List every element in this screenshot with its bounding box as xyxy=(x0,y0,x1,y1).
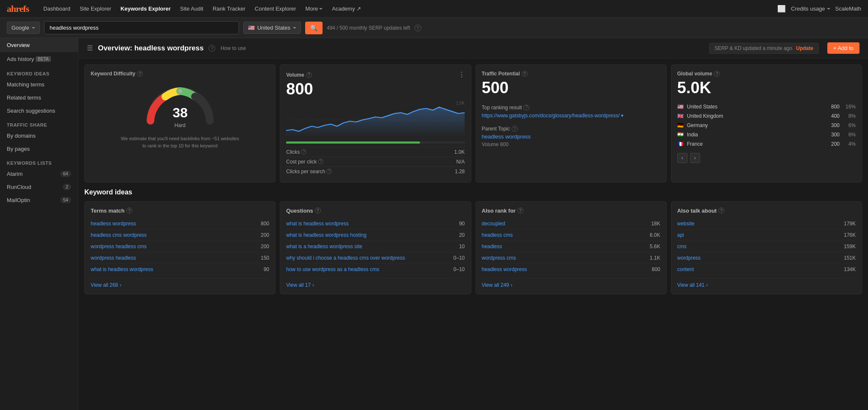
sidebar-item-matching-terms[interactable]: Matching terms xyxy=(0,78,78,91)
ar-link-5[interactable]: headless wordpress xyxy=(482,266,527,272)
url-dropdown-icon[interactable]: ▾ xyxy=(621,112,623,119)
sidebar-item-related-terms[interactable]: Related terms xyxy=(0,91,78,104)
tm-link-5[interactable]: what is headless wordpress xyxy=(91,266,153,272)
country-selector[interactable]: 🇺🇸 United States xyxy=(243,22,301,34)
q-link-2[interactable]: what is headless wordpress hosting xyxy=(286,232,459,238)
de-name: Germany xyxy=(687,122,821,128)
sidebar-item-ads-history[interactable]: Ads history BETA xyxy=(0,52,78,66)
at-link-1[interactable]: website xyxy=(677,221,695,227)
nav-keywords-explorer[interactable]: Keywords Explorer xyxy=(116,2,175,15)
hamburger-icon[interactable]: ☰ xyxy=(87,44,93,52)
also-talk-header: Also talk about ? xyxy=(677,208,856,214)
ar-row-1: decoupled 18K xyxy=(482,218,660,230)
at-view-all[interactable]: View all 141 › xyxy=(677,278,856,288)
volume-value: 800 xyxy=(286,80,465,98)
clicks-help-icon[interactable]: ? xyxy=(301,149,306,155)
at-row-1: website 179K xyxy=(677,218,856,230)
nav-content-explorer[interactable]: Content Explorer xyxy=(250,2,300,15)
prev-arrow[interactable]: ‹ xyxy=(677,153,687,163)
help-circle-icon[interactable]: ? xyxy=(209,45,215,52)
ar-vol-3: 5.6K xyxy=(650,244,660,249)
tm-link-4[interactable]: wordpress headless xyxy=(91,255,136,261)
q-view-all[interactable]: View all 17 › xyxy=(286,278,465,288)
page-header: ☰ Overview: headless wordpress ? How to … xyxy=(78,38,868,58)
at-vol-4: 151K xyxy=(844,255,856,261)
at-help-icon[interactable]: ? xyxy=(718,208,724,213)
country-chevron-icon xyxy=(293,27,296,29)
credits-usage-button[interactable]: Credits usage xyxy=(791,6,830,12)
uk-vol: 400 xyxy=(825,113,840,119)
top-ranking-url[interactable]: https://www.gatsbyjs.com/docs/glossary/h… xyxy=(482,112,660,119)
sidebar-item-atarim[interactable]: Atarim 64 xyxy=(0,167,78,180)
sidebar-item-by-domains[interactable]: By domains xyxy=(0,129,78,142)
sidebar-item-mailoptin[interactable]: MailOptin 54 xyxy=(0,194,78,207)
tm-view-all[interactable]: View all 268 › xyxy=(91,278,269,288)
ar-link-1[interactable]: decoupled xyxy=(482,221,505,227)
search-input[interactable] xyxy=(44,21,239,34)
sidebar-item-search-suggestions[interactable]: Search suggestions xyxy=(0,104,78,117)
next-arrow[interactable]: › xyxy=(690,153,700,163)
how-to-use-link[interactable]: How to use xyxy=(220,45,246,51)
nav-site-audit[interactable]: Site Audit xyxy=(176,2,208,15)
update-button[interactable]: Update xyxy=(796,45,813,51)
q-row-2: what is headless wordpress hosting 20 xyxy=(286,230,465,241)
sidebar-item-runcloud[interactable]: RunCloud 2 xyxy=(0,180,78,194)
engine-selector[interactable]: Google xyxy=(7,22,40,34)
cps-help-icon[interactable]: ? xyxy=(326,169,332,174)
gv-title: Global volume ? xyxy=(677,71,856,77)
nav-rank-tracker[interactable]: Rank Tracker xyxy=(209,2,250,15)
tm-link-1[interactable]: headless wordpress xyxy=(91,221,136,227)
q-link-3[interactable]: what is a headless wordpress site xyxy=(286,244,459,249)
q-link-1[interactable]: what is headless wordpress xyxy=(286,221,459,227)
at-link-5[interactable]: content xyxy=(677,266,694,272)
nav-dashboard[interactable]: Dashboard xyxy=(39,2,75,15)
tm-link-2[interactable]: headless cms wordpress xyxy=(91,232,147,238)
at-link-3[interactable]: cms xyxy=(677,244,687,249)
also-rank-header: Also rank for ? xyxy=(482,208,660,214)
kd-card: Keyword Difficulty ? xyxy=(84,64,275,183)
q-row-4: why should i choose a headless cms over … xyxy=(286,252,465,264)
at-link-4[interactable]: wordpress xyxy=(677,255,701,261)
us-flag-icon: 🇺🇸 xyxy=(248,25,255,31)
sidebar-item-overview[interactable]: Overview xyxy=(0,38,78,52)
ar-link-4[interactable]: wordpress cms xyxy=(482,255,516,261)
account-button[interactable]: ScaleMath xyxy=(835,6,861,12)
sidebar-item-by-pages[interactable]: By pages xyxy=(0,142,78,155)
monitor-icon: ⬜ xyxy=(777,5,786,13)
fr-name: France xyxy=(687,141,821,147)
fr-flag: 🇫🇷 xyxy=(677,141,684,147)
parent-topic-link[interactable]: headless wordpress xyxy=(482,133,660,140)
nav-more[interactable]: More xyxy=(301,2,327,15)
volume-menu-icon[interactable]: ⋮ xyxy=(458,71,465,79)
gv-help-icon[interactable]: ? xyxy=(714,71,720,77)
at-link-2[interactable]: api xyxy=(677,232,684,238)
nav-academy[interactable]: Academy ↗ xyxy=(328,2,365,15)
q-link-4[interactable]: why should i choose a headless cms over … xyxy=(286,255,453,261)
at-arrow-icon: › xyxy=(706,282,708,288)
tr-help-icon[interactable]: ? xyxy=(523,105,529,111)
tm-link-3[interactable]: wordpress headless cms xyxy=(91,244,147,249)
kd-help-icon[interactable]: ? xyxy=(137,71,143,77)
at-vol-5: 134K xyxy=(844,266,856,272)
svg-text:38: 38 xyxy=(172,105,188,120)
ar-help-icon[interactable]: ? xyxy=(517,208,523,213)
q-link-5[interactable]: how to use wordpress as a headless cms xyxy=(286,266,453,272)
ar-link-3[interactable]: headless xyxy=(482,244,502,249)
search-button[interactable]: 🔍 xyxy=(305,22,323,34)
ar-link-2[interactable]: headless cms xyxy=(482,232,513,238)
pt-help-icon[interactable]: ? xyxy=(512,126,517,132)
tp-help-icon[interactable]: ? xyxy=(522,71,528,77)
volume-help-icon[interactable]: ? xyxy=(306,72,312,78)
ar-view-all[interactable]: View all 249 › xyxy=(482,278,660,288)
add-to-button[interactable]: + Add to xyxy=(827,42,860,54)
q-help-icon[interactable]: ? xyxy=(315,208,321,213)
cpc-help-icon[interactable]: ? xyxy=(318,159,323,164)
de-pct: 6% xyxy=(843,122,856,128)
q-vol-2: 20 xyxy=(459,232,465,238)
tm-help-icon[interactable]: ? xyxy=(126,208,132,213)
top-ranking-label: Top ranking result ? xyxy=(482,105,660,111)
serp-info-icon[interactable]: ? xyxy=(415,25,421,31)
in-vol: 300 xyxy=(825,132,840,138)
logo[interactable]: ahrefs xyxy=(7,3,29,14)
nav-site-explorer[interactable]: Site Explorer xyxy=(75,2,115,15)
